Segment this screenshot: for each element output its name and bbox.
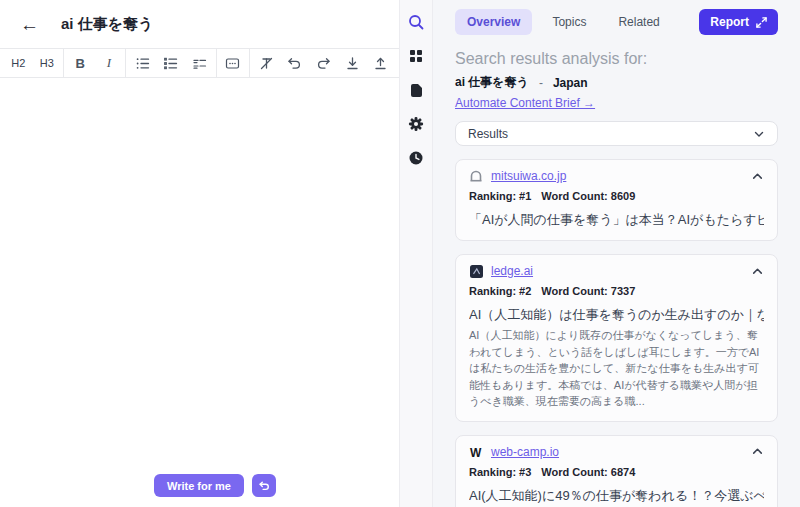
results-dropdown[interactable]: Results — [455, 121, 778, 146]
result-card: ledge.ai Ranking: #2 Word Count: 7337 AI… — [455, 254, 778, 422]
query-separator: - — [539, 76, 543, 90]
chevron-up-icon[interactable] — [751, 445, 764, 458]
results-dropdown-value: Results — [468, 127, 508, 141]
chevron-up-icon[interactable] — [751, 265, 764, 278]
tab-topics[interactable]: Topics — [540, 9, 598, 35]
svg-text:W: W — [470, 445, 482, 459]
gear-icon[interactable] — [404, 112, 428, 136]
result-domain-link[interactable]: mitsuiwa.co.jp — [491, 169, 566, 183]
document-title[interactable]: ai 仕事を奪う — [61, 15, 153, 34]
ranking-value: Ranking: #3 — [469, 466, 531, 478]
bold-button[interactable]: B — [66, 49, 95, 77]
tab-overview[interactable]: Overview — [455, 9, 532, 35]
result-title: 「AIが人間の仕事を奪う」は本当？AIがもたらすビジネスの変革 | ... — [469, 211, 764, 229]
numbered-list-icon[interactable] — [157, 49, 186, 77]
apps-grid-icon[interactable] — [404, 44, 428, 68]
favicon-ledge-icon — [469, 264, 483, 278]
card-meta: Ranking: #2 Word Count: 7337 — [469, 285, 764, 297]
card-meta: Ranking: #1 Word Count: 8609 — [469, 190, 764, 202]
toolbar-divider — [216, 49, 217, 77]
upload-icon[interactable] — [366, 49, 395, 77]
query-keyword: ai 仕事を奪う — [455, 74, 529, 91]
tool-rail — [399, 0, 433, 507]
toolbar-divider — [125, 49, 126, 77]
result-card: W web-camp.io Ranking: #3 Word Count: 68… — [455, 435, 778, 507]
result-card: mitsuiwa.co.jp Ranking: #1 Word Count: 8… — [455, 159, 778, 241]
editor-pane: ← ai 仕事を奪う H2 H3 B I — [0, 0, 399, 507]
card-header: mitsuiwa.co.jp — [469, 169, 764, 183]
document-icon[interactable] — [404, 78, 428, 102]
toolbar-divider — [63, 49, 64, 77]
editor-header: ← ai 仕事を奪う — [0, 0, 399, 48]
query-row: ai 仕事を奪う - Japan — [455, 74, 778, 91]
ranking-value: Ranking: #1 — [469, 190, 531, 202]
redo-icon[interactable] — [309, 49, 338, 77]
italic-button[interactable]: I — [95, 49, 124, 77]
panel-tabs: Overview Topics Related Report — [455, 9, 778, 35]
favicon-w-icon: W — [469, 445, 483, 459]
checklist-icon[interactable] — [185, 49, 214, 77]
word-count-value: Word Count: 6874 — [541, 466, 635, 478]
favicon-arch-icon — [469, 169, 483, 183]
back-icon[interactable]: ← — [20, 15, 39, 34]
editor-canvas[interactable] — [0, 78, 399, 507]
app-window: ← ai 仕事を奪う H2 H3 B I — [0, 0, 800, 507]
undo-arrow-icon — [258, 480, 270, 492]
heading3-button[interactable]: H3 — [33, 49, 62, 77]
editor-actions: Write for me — [154, 474, 276, 497]
clock-icon[interactable] — [404, 146, 428, 170]
analysis-panel: Overview Topics Related Report Search re… — [433, 0, 800, 507]
report-button[interactable]: Report — [699, 9, 778, 35]
result-title: AI(人工知能)に49％の仕事が奪われる！？今選ぶべき4つの新しい... — [469, 487, 764, 505]
result-description: AI（人工知能）により既存の仕事がなくなってしまう、奪われてしまう、という話をし… — [469, 327, 764, 410]
card-meta: Ranking: #3 Word Count: 6874 — [469, 466, 764, 478]
undo-icon[interactable] — [281, 49, 310, 77]
chevron-up-icon[interactable] — [751, 170, 764, 183]
query-region: Japan — [553, 76, 588, 90]
toolbar-divider — [249, 49, 250, 77]
report-button-label: Report — [710, 15, 749, 29]
result-domain-link[interactable]: ledge.ai — [491, 264, 533, 278]
heading2-button[interactable]: H2 — [4, 49, 33, 77]
search-icon[interactable] — [404, 10, 428, 34]
word-count-value: Word Count: 8609 — [541, 190, 635, 202]
clear-formatting-icon[interactable] — [252, 49, 281, 77]
comment-icon[interactable] — [219, 49, 248, 77]
undo-write-button[interactable] — [252, 474, 276, 497]
tab-related[interactable]: Related — [606, 9, 671, 35]
expand-icon — [756, 17, 767, 28]
write-for-me-button[interactable]: Write for me — [154, 474, 244, 497]
ranking-value: Ranking: #2 — [469, 285, 531, 297]
result-domain-link[interactable]: web-camp.io — [491, 445, 559, 459]
word-count-value: Word Count: 7337 — [541, 285, 635, 297]
chevron-down-icon — [753, 128, 765, 140]
download-icon[interactable] — [338, 49, 367, 77]
automate-content-brief-link[interactable]: Automate Content Brief → — [455, 96, 595, 110]
editor-toolbar: H2 H3 B I — [0, 48, 399, 78]
bullet-list-icon[interactable] — [128, 49, 157, 77]
card-header: ledge.ai — [469, 264, 764, 278]
card-header: W web-camp.io — [469, 445, 764, 459]
analysis-heading: Search results analysis for: — [455, 50, 778, 68]
result-title: AI（人工知能）は仕事を奪うのか生み出すのか｜なくなる仕事・新... — [469, 306, 764, 324]
